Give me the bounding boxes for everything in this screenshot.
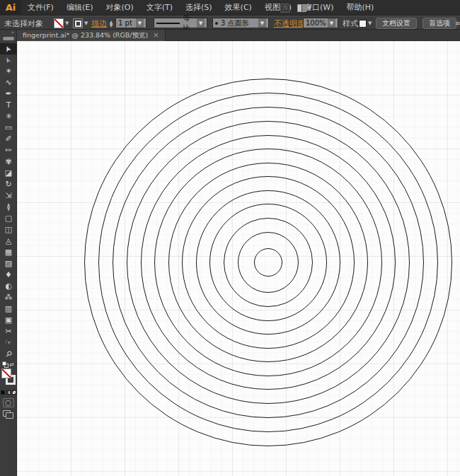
stroke-swatch-button[interactable]: ▼ xyxy=(73,16,88,30)
preferences-button[interactable]: 首选项 xyxy=(422,18,456,29)
opacity-value: 100% xyxy=(306,19,326,27)
swatch-ops: ⇄ xyxy=(0,360,16,368)
workspace-switcher[interactable]: ▼ xyxy=(297,4,311,12)
chevron-down-icon: ▼ xyxy=(368,21,372,26)
document-setup-button[interactable]: 文档设置 xyxy=(376,18,417,29)
hand-tool-icon: ☞ xyxy=(5,339,12,347)
menu-file[interactable]: 文件(F) xyxy=(21,0,60,16)
color-button[interactable] xyxy=(1,390,5,395)
close-icon[interactable]: × xyxy=(153,32,159,39)
document-tab[interactable]: fingerprint.ai* @ 233.84% (RGB/预览) × xyxy=(17,30,166,41)
drawing-mode-button[interactable]: ◯ xyxy=(3,398,14,407)
blend-tool-icon: ◐ xyxy=(5,282,12,291)
tool-list: ➤ ➣ ✶ ∿ ✒ T ✳ ▭ ✐ ✏ ✾ ◪ xyxy=(0,43,16,360)
chevron-down-icon: ▼ xyxy=(84,21,88,26)
artboard-tool-icon: ▣ xyxy=(5,316,12,325)
eyedropper-tool[interactable]: ♦ xyxy=(0,269,17,281)
stroke-width-stepper[interactable]: ▲ ▼ xyxy=(108,16,114,30)
brush-preview-icon xyxy=(215,22,218,25)
gradient-tool-icon: ▨ xyxy=(5,260,12,268)
blob-brush-tool[interactable]: ✾ xyxy=(0,156,17,168)
swap-fill-stroke-icon[interactable]: ⇄ xyxy=(9,361,14,368)
control-bar-overflow-button[interactable]: ≡ ▼ xyxy=(455,16,460,30)
mesh-tool[interactable]: ▦ xyxy=(0,247,17,258)
menu-edit[interactable]: 编辑(E) xyxy=(60,0,100,16)
menu-object[interactable]: 对象(O) xyxy=(99,0,139,16)
zoom-tool-icon: ⚲ xyxy=(4,349,13,359)
stroke-width-select[interactable]: 1 pt ▼ xyxy=(115,18,146,28)
shape-tool-icon: ✳ xyxy=(5,112,11,121)
screen-mode-button[interactable] xyxy=(3,410,13,419)
bridge-icon[interactable]: ◳ xyxy=(280,4,290,13)
column-graph-tool-icon: ▥ xyxy=(5,305,12,313)
magic-wand-tool[interactable]: ✶ xyxy=(0,66,17,77)
rectangle-tool[interactable]: ▭ xyxy=(0,122,17,134)
selection-status: 未选择对象 xyxy=(4,16,43,30)
stroke-width-value: 1 pt xyxy=(118,19,132,27)
type-tool[interactable]: T xyxy=(0,100,17,111)
artboard-tool[interactable]: ▣ xyxy=(0,315,17,326)
selection-tool[interactable]: ➤ xyxy=(0,43,17,54)
tools-panel: » ➤ ➣ ✶ ∿ ✒ T ✳ ▭ ✐ ✏ xyxy=(0,30,17,476)
circle-path xyxy=(84,79,452,446)
opacity-select[interactable]: 100% ▼ xyxy=(303,18,338,28)
width-profile-select[interactable]: 等比 ▼ xyxy=(154,18,207,28)
style-select[interactable]: ▼ xyxy=(359,16,372,30)
direct-selection-tool[interactable]: ➣ xyxy=(0,54,17,66)
panel-options-icon: ≡ xyxy=(455,20,460,27)
paintbrush-tool[interactable]: ✐ xyxy=(0,134,17,145)
stroke-panel-link[interactable]: 描边 xyxy=(91,16,107,30)
menu-type[interactable]: 文字(T) xyxy=(140,0,179,16)
document-tab-title: fingerprint.ai* @ 233.84% (RGB/预览) xyxy=(23,31,148,40)
perspective-grid-tool[interactable]: ◬ xyxy=(0,236,17,247)
ai-logo[interactable]: Ai xyxy=(0,0,21,16)
eraser-tool[interactable]: ◪ xyxy=(0,168,17,179)
magic-wand-tool-icon: ✶ xyxy=(5,67,11,76)
opacity-panel-link[interactable]: 不透明度 xyxy=(274,16,305,30)
slice-tool[interactable]: ✂ xyxy=(0,326,17,337)
shape-tool[interactable]: ✳ xyxy=(0,111,17,122)
chevron-down-icon: ▼ xyxy=(308,5,311,11)
panel-grip[interactable] xyxy=(3,37,14,40)
selection-tool-icon: ➤ xyxy=(4,44,14,53)
zoom-tool[interactable]: ⚲ xyxy=(0,349,17,360)
blob-brush-tool-icon: ✾ xyxy=(5,158,11,166)
lasso-tool-icon: ∿ xyxy=(5,79,11,87)
symbol-sprayer-tool[interactable]: ⁂ xyxy=(0,292,17,303)
brush-select[interactable]: 3 点圆形 ▼ xyxy=(212,18,269,28)
gradient-button[interactable] xyxy=(6,390,11,395)
lasso-tool[interactable]: ∿ xyxy=(0,77,17,88)
shape-builder-tool-icon: ◫ xyxy=(5,226,12,234)
scale-tool[interactable]: ⇲ xyxy=(0,190,17,202)
menu-effect[interactable]: 效果(C) xyxy=(219,0,258,16)
pencil-tool[interactable]: ✏ xyxy=(0,145,17,156)
scale-tool-icon: ⇲ xyxy=(5,192,11,200)
column-graph-tool[interactable]: ▥ xyxy=(0,303,17,315)
fill-swatch-none[interactable] xyxy=(1,368,11,378)
stepper-down-icon: ▼ xyxy=(110,24,113,27)
chevron-down-icon: ▼ xyxy=(136,18,144,28)
style-label: 样式: xyxy=(343,16,361,30)
free-transform-tool[interactable]: ▢ xyxy=(0,213,17,224)
rotate-tool[interactable]: ↻ xyxy=(0,179,17,190)
artboard-canvas[interactable] xyxy=(17,41,460,476)
paint-mode-buttons xyxy=(0,389,16,396)
paintbrush-tool-icon: ✐ xyxy=(5,135,11,144)
pen-tool[interactable]: ✒ xyxy=(0,88,17,100)
blend-tool[interactable]: ◐ xyxy=(0,281,17,292)
illustrator-window: Ai 文件(F) 编辑(E) 对象(O) 文字(T) 选择(S) 效果(C) 视… xyxy=(0,0,460,476)
width-tool[interactable]: ≬ xyxy=(0,202,17,213)
eraser-tool-icon: ◪ xyxy=(5,169,12,178)
fill-swatch-button[interactable]: ▼ xyxy=(54,16,69,30)
gradient-tool[interactable]: ▨ xyxy=(0,258,17,269)
document-tab-bar: fingerprint.ai* @ 233.84% (RGB/预览) × xyxy=(17,30,460,41)
type-tool-icon: T xyxy=(6,101,11,110)
none-button[interactable] xyxy=(12,390,16,395)
shape-builder-tool[interactable]: ◫ xyxy=(0,224,17,236)
control-bar: 未选择对象 ▼ ▼ 描边 ▲ ▼ 1 pt ▼ 等比 ▼ 3 点圆形 ▼ 不透 xyxy=(0,16,460,30)
brush-value: 3 点圆形 xyxy=(221,18,249,28)
menu-help[interactable]: 帮助(H) xyxy=(340,0,380,16)
default-fill-stroke-icon[interactable] xyxy=(2,361,8,368)
collapse-panel-icon[interactable]: » xyxy=(0,30,16,35)
hand-tool[interactable]: ☞ xyxy=(0,337,17,349)
